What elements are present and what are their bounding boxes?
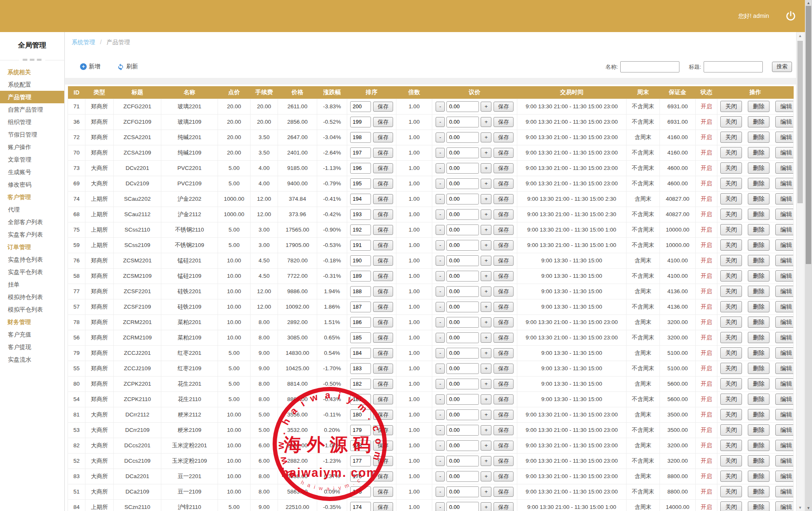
bargain-save-button[interactable]: 保存	[494, 379, 514, 389]
bargain-input[interactable]	[446, 471, 479, 482]
close-button[interactable]: 关闭	[720, 486, 742, 498]
edit-button[interactable]: 编辑	[775, 317, 794, 328]
edit-button[interactable]: 编辑	[775, 347, 794, 359]
bargain-minus-button[interactable]: -	[436, 364, 445, 374]
bargain-input[interactable]	[446, 348, 479, 359]
close-button[interactable]: 关闭	[720, 363, 742, 374]
bargain-plus-button[interactable]: +	[481, 256, 491, 266]
sidebar-item[interactable]: 账户操作	[0, 141, 64, 153]
delete-button[interactable]: 删除	[748, 162, 769, 174]
sort-save-button[interactable]: 保存	[373, 487, 393, 497]
bargain-plus-button[interactable]: +	[481, 302, 491, 312]
bargain-plus-button[interactable]: +	[481, 333, 491, 343]
sidebar-item[interactable]: 自营产品管理	[0, 103, 64, 116]
sort-save-button[interactable]: 保存	[373, 471, 393, 481]
bargain-input[interactable]	[446, 286, 479, 297]
delete-button[interactable]: 删除	[748, 193, 769, 205]
bargain-input[interactable]	[446, 194, 479, 204]
sort-input[interactable]	[350, 209, 371, 220]
sort-save-button[interactable]: 保存	[373, 348, 393, 358]
window-scrollbar[interactable]: ▲ ▼	[805, 0, 812, 511]
sort-input[interactable]	[350, 240, 371, 251]
sort-input[interactable]	[350, 379, 371, 389]
sort-save-button[interactable]: 保存	[373, 163, 393, 173]
search-button[interactable]: 搜索	[772, 62, 792, 72]
bargain-input[interactable]	[446, 101, 479, 112]
close-button[interactable]: 关闭	[720, 178, 742, 189]
bargain-save-button[interactable]: 保存	[494, 302, 514, 312]
bargain-input[interactable]	[446, 425, 479, 436]
sort-input[interactable]	[350, 317, 371, 328]
edit-button[interactable]: 编辑	[775, 301, 794, 313]
bargain-input[interactable]	[446, 209, 479, 220]
bargain-minus-button[interactable]: -	[436, 502, 445, 511]
bargain-plus-button[interactable]: +	[481, 209, 491, 219]
bargain-save-button[interactable]: 保存	[494, 394, 514, 404]
bargain-save-button[interactable]: 保存	[494, 209, 514, 219]
bargain-save-button[interactable]: 保存	[494, 425, 514, 435]
bargain-minus-button[interactable]: -	[436, 379, 445, 389]
edit-button[interactable]: 编辑	[775, 378, 794, 390]
delete-button[interactable]: 删除	[748, 209, 769, 220]
edit-button[interactable]: 编辑	[775, 132, 794, 143]
close-button[interactable]: 关闭	[720, 116, 742, 128]
bargain-input[interactable]	[446, 409, 479, 420]
close-button[interactable]: 关闭	[720, 424, 742, 436]
bargain-input[interactable]	[446, 132, 479, 143]
edit-button[interactable]: 编辑	[775, 224, 794, 236]
sidebar-item[interactable]: 文章管理	[0, 153, 64, 166]
bargain-save-button[interactable]: 保存	[494, 317, 514, 327]
delete-button[interactable]: 删除	[748, 270, 769, 282]
sort-save-button[interactable]: 保存	[373, 379, 393, 389]
edit-button[interactable]: 编辑	[775, 440, 794, 451]
bargain-save-button[interactable]: 保存	[494, 456, 514, 466]
close-button[interactable]: 关闭	[720, 471, 742, 482]
bargain-input[interactable]	[446, 363, 479, 374]
sort-save-button[interactable]: 保存	[373, 256, 393, 266]
bargain-input[interactable]	[446, 440, 479, 451]
bargain-input[interactable]	[446, 240, 479, 251]
title-filter-input[interactable]	[704, 61, 763, 72]
bargain-plus-button[interactable]: +	[481, 117, 491, 127]
sort-save-button[interactable]: 保存	[373, 194, 393, 204]
bargain-plus-button[interactable]: +	[481, 425, 491, 435]
sort-input[interactable]	[350, 255, 371, 266]
edit-button[interactable]: 编辑	[775, 101, 794, 112]
bargain-save-button[interactable]: 保存	[494, 240, 514, 250]
sort-save-button[interactable]: 保存	[373, 271, 393, 281]
sort-input[interactable]	[350, 348, 371, 359]
bargain-minus-button[interactable]: -	[436, 179, 445, 189]
bargain-minus-button[interactable]: -	[436, 117, 445, 127]
edit-button[interactable]: 编辑	[775, 409, 794, 421]
delete-button[interactable]: 删除	[748, 255, 769, 267]
sidebar-item[interactable]: 生成账号	[0, 166, 64, 178]
sort-save-button[interactable]: 保存	[373, 302, 393, 312]
sort-save-button[interactable]: 保存	[373, 209, 393, 219]
delete-button[interactable]: 删除	[748, 486, 769, 498]
bargain-minus-button[interactable]: -	[436, 333, 445, 343]
bargain-minus-button[interactable]: -	[436, 148, 445, 158]
bargain-minus-button[interactable]: -	[436, 410, 445, 420]
sort-save-button[interactable]: 保存	[373, 148, 393, 158]
delete-button[interactable]: 删除	[748, 178, 769, 189]
sort-input[interactable]	[350, 194, 371, 204]
bargain-input[interactable]	[446, 332, 479, 343]
bargain-plus-button[interactable]: +	[481, 317, 491, 327]
scroll-up-icon[interactable]: ▲	[797, 34, 804, 38]
sidebar-item[interactable]: 模拟持仓列表	[0, 291, 64, 303]
bargain-minus-button[interactable]: -	[436, 256, 445, 266]
bargain-save-button[interactable]: 保存	[494, 502, 514, 511]
sort-input[interactable]	[350, 486, 371, 497]
sort-save-button[interactable]: 保存	[373, 333, 393, 343]
delete-button[interactable]: 删除	[748, 409, 769, 421]
bargain-save-button[interactable]: 保存	[494, 163, 514, 173]
bargain-plus-button[interactable]: +	[481, 102, 491, 112]
bargain-save-button[interactable]: 保存	[494, 102, 514, 112]
sidebar-item[interactable]: 节假日管理	[0, 128, 64, 141]
bargain-plus-button[interactable]: +	[481, 163, 491, 173]
bargain-plus-button[interactable]: +	[481, 179, 491, 189]
sort-save-button[interactable]: 保存	[373, 240, 393, 250]
bargain-input[interactable]	[446, 394, 479, 405]
close-button[interactable]: 关闭	[720, 162, 742, 174]
sort-input[interactable]	[350, 502, 371, 511]
